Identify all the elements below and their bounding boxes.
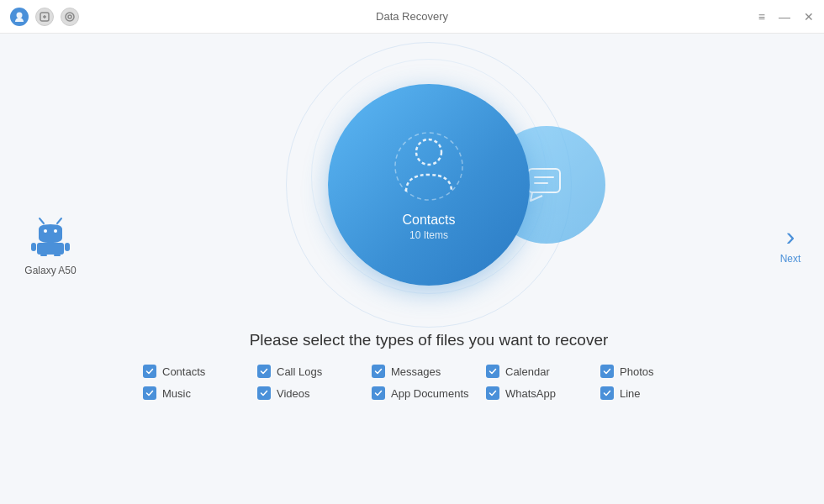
svg-point-5	[68, 15, 71, 18]
device-label: Galaxy A50	[24, 265, 76, 276]
svg-point-15	[416, 139, 441, 165]
checkbox-messages-box[interactable]	[372, 365, 385, 378]
checkbox-whatsapp[interactable]: WhatsApp	[486, 386, 600, 400]
svg-rect-13	[40, 255, 47, 256]
checkbox-line[interactable]: Line	[600, 386, 715, 400]
checkbox-contacts-box[interactable]	[143, 365, 156, 378]
checkbox-calllogs-label: Call Logs	[277, 365, 322, 378]
svg-rect-14	[54, 255, 61, 256]
svg-point-8	[44, 229, 47, 233]
checkbox-videos[interactable]: Videos	[257, 386, 372, 400]
titlebar-left	[10, 8, 79, 26]
checkbox-photos[interactable]: Photos	[600, 365, 715, 378]
carousel-wrapper: Contacts 10 Items	[269, 59, 589, 311]
checkbox-music-box[interactable]	[143, 386, 156, 400]
checkbox-calendar-label: Calendar	[505, 365, 550, 378]
svg-point-0	[17, 12, 23, 18]
app-icon-3[interactable]	[61, 8, 79, 26]
checkbox-music-label: Music	[162, 387, 191, 400]
checkbox-line-box[interactable]	[600, 386, 614, 400]
checkbox-contacts-label: Contacts	[162, 365, 205, 378]
main-card-count: 10 Items	[409, 229, 448, 241]
checkbox-contacts[interactable]: Contacts	[143, 365, 257, 378]
titlebar-controls: ≡ — ✕	[758, 10, 814, 24]
checkbox-calendar-box[interactable]	[486, 365, 499, 378]
svg-line-7	[57, 218, 61, 223]
checkbox-music[interactable]: Music	[143, 386, 257, 400]
svg-rect-17	[528, 169, 560, 192]
checkbox-messages-label: Messages	[391, 365, 441, 378]
svg-point-16	[395, 133, 462, 200]
checkbox-videos-box[interactable]	[257, 386, 271, 400]
checkbox-calllogs-box[interactable]	[257, 365, 271, 378]
checkbox-appdocs[interactable]: App Documents	[372, 386, 486, 400]
app-title: Data Recovery	[376, 10, 448, 23]
checkbox-grid: Contacts Call Logs Messages Calendar	[143, 365, 715, 400]
instruction-text: Please select the types of files you wan…	[250, 331, 609, 349]
close-button[interactable]: ✕	[804, 10, 814, 24]
device-icon	[27, 211, 74, 258]
checkbox-line-label: Line	[620, 387, 641, 400]
checkbox-videos-label: Videos	[277, 387, 310, 400]
svg-point-9	[54, 229, 57, 233]
checkbox-whatsapp-label: WhatsApp	[505, 387, 556, 400]
svg-line-6	[40, 218, 44, 223]
main-card[interactable]: Contacts 10 Items	[328, 84, 530, 286]
titlebar: Data Recovery ≡ — ✕	[0, 0, 824, 34]
checkbox-photos-box[interactable]	[600, 365, 614, 378]
minimize-button[interactable]: —	[779, 10, 790, 24]
app-icon-2[interactable]	[35, 8, 54, 26]
svg-point-4	[66, 13, 74, 21]
main-content: Galaxy A50 Contacts 10 Items	[0, 34, 824, 504]
checkbox-appdocs-box[interactable]	[372, 386, 385, 400]
device-sidebar: Galaxy A50	[0, 34, 101, 504]
main-card-label: Contacts	[402, 213, 455, 228]
svg-rect-11	[31, 243, 36, 251]
checkbox-calendar[interactable]: Calendar	[486, 365, 600, 378]
menu-button[interactable]: ≡	[758, 10, 765, 24]
next-chevron-icon: ›	[786, 223, 795, 249]
svg-rect-10	[37, 243, 64, 255]
checkbox-whatsapp-box[interactable]	[486, 386, 499, 400]
checkbox-messages[interactable]: Messages	[372, 365, 486, 378]
next-button-label: Next	[780, 253, 801, 265]
right-nav: › Next	[757, 34, 824, 504]
next-button[interactable]: › Next	[780, 223, 801, 265]
checkbox-photos-label: Photos	[620, 365, 653, 378]
center-area: Contacts 10 Items Please select the type…	[101, 34, 757, 504]
checkbox-calllogs[interactable]: Call Logs	[257, 365, 372, 378]
svg-rect-12	[65, 243, 70, 251]
app-icon-1[interactable]	[10, 8, 29, 26]
checkbox-appdocs-label: App Documents	[391, 387, 469, 400]
